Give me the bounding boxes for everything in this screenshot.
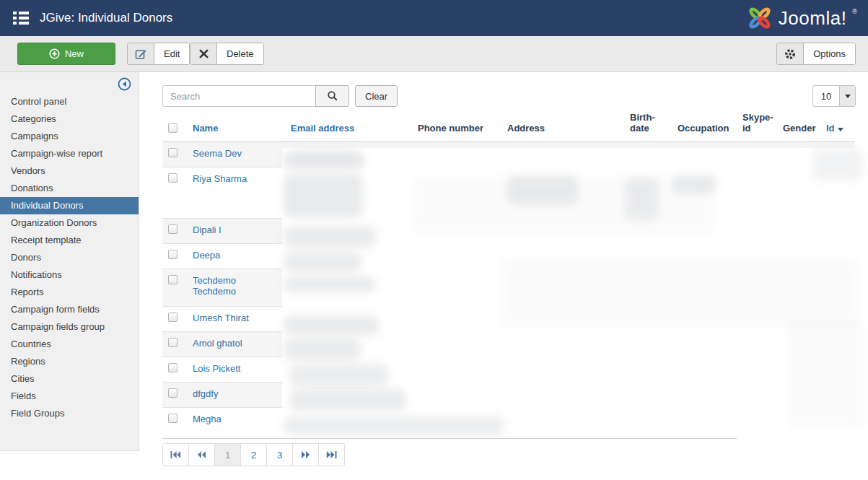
sidebar-item-field-groups[interactable]: Field Groups [0,405,139,422]
table-row: Amol ghatol [162,332,855,357]
delete-x-icon [190,43,217,64]
row-checkbox[interactable] [168,250,177,259]
row-checkbox[interactable] [168,224,177,234]
row-checkbox[interactable] [168,173,177,183]
last-page-icon [326,451,337,458]
row-checkbox[interactable] [168,275,177,284]
gear-icon [777,43,804,64]
joomla-logo: Joomla!® [746,0,856,36]
new-button[interactable]: New [17,43,115,65]
options-button[interactable]: Options [776,43,856,65]
sidebar-item-campaign-fields-group[interactable]: Campaign fields group [0,318,139,336]
column-header-occupation: Occupation [672,112,737,142]
table-row: Deepa [162,244,855,269]
pagination-next-button[interactable] [292,443,319,466]
search-input[interactable] [162,85,316,107]
sidebar-item-organization-donors[interactable]: Organization Donors [0,214,139,232]
column-header-address: Address [501,112,624,142]
first-page-icon [170,451,181,458]
menu-icon[interactable] [13,12,29,25]
sidebar-menu: Control panel Categories Campaigns Campa… [0,93,139,422]
pagination-first-button[interactable] [162,443,189,466]
page-size-select[interactable]: 10 [812,85,856,107]
sidebar-item-receipt-template[interactable]: Receipt template [0,232,139,249]
table-row: Dipali I [162,219,855,244]
sidebar-item-donors[interactable]: Donors [0,249,139,266]
row-checkbox[interactable] [168,313,177,322]
select-all-checkbox[interactable] [168,123,177,133]
sidebar-item-vendors[interactable]: Vendors [0,162,139,180]
sort-desc-icon [838,128,843,131]
clear-button[interactable]: Clear [355,85,398,107]
column-header-skypeid: Skype-id [737,112,777,142]
donor-name-link[interactable]: Riya Sharma [193,173,247,184]
column-header-name[interactable]: Name [187,112,285,142]
table-bottom-border [162,438,737,439]
edit-pencil-icon [128,43,154,64]
table-header-row: Name Email address Phone number Address … [162,112,855,142]
sidebar-item-campaigns[interactable]: Campaigns [0,128,139,145]
page-title: JGive: Individual Donors [40,11,172,25]
row-checkbox[interactable] [168,363,177,372]
sidebar-item-notifications[interactable]: Notifications [0,266,139,284]
toolbar: New Edit Delete Options [0,36,868,72]
column-header-phone: Phone number [412,112,501,142]
donor-name-link[interactable]: Umesh Thirat [193,313,249,323]
column-header-birthdate: Birth-date [624,112,672,142]
pagination-page-3[interactable]: 3 [266,443,293,466]
search-icon [327,90,338,102]
sidebar-item-categories[interactable]: Categories [0,110,139,128]
joomla-wordmark: Joomla! [779,7,847,30]
row-checkbox[interactable] [168,148,177,157]
sidebar-item-donations[interactable]: Donations [0,180,139,197]
table-row: Riya Sharma [162,167,855,219]
edit-button[interactable]: Edit [127,43,190,65]
sidebar-item-countries[interactable]: Countries [0,336,139,353]
chevron-down-icon [839,86,855,106]
sidebar-item-regions[interactable]: Regions [0,353,139,370]
pagination-page-1: 1 [214,443,241,466]
donor-name-link[interactable]: Techdemo Techdemo [193,275,236,297]
pagination-last-button[interactable] [318,443,345,466]
sidebar-item-campaign-wise-report[interactable]: Campaign-wise report [0,145,139,162]
prev-page-icon [197,451,206,458]
pagination-page-2[interactable]: 2 [240,443,267,466]
row-checkbox[interactable] [168,338,177,347]
table-row: Umesh Thirat [162,307,855,332]
row-checkbox[interactable] [168,388,177,398]
donor-name-link[interactable]: Amol ghatol [193,338,242,349]
table-row: dfgdfy [162,383,855,408]
sidebar-item-control-panel[interactable]: Control panel [0,93,139,110]
collapse-sidebar-icon[interactable] [118,77,131,91]
table-row: Seema Dev [162,142,855,167]
donor-name-link[interactable]: Seema Dev [193,148,242,159]
sidebar-item-fields[interactable]: Fields [0,388,139,405]
sidebar-item-reports[interactable]: Reports [0,284,139,301]
donors-table: Name Email address Phone number Address … [162,112,855,433]
pagination-prev-button[interactable] [188,443,215,466]
registered-mark: ® [852,8,857,15]
table-row: Megha [162,408,855,433]
app-header: JGive: Individual Donors Joomla!® [0,0,868,36]
donor-name-link[interactable]: Deepa [193,250,220,261]
search-button[interactable] [315,85,349,107]
next-page-icon [301,451,310,458]
sidebar-item-campaign-form-fields[interactable]: Campaign form fields [0,301,139,318]
table-row: Lois Pickett [162,357,855,383]
column-header-gender: Gender [777,112,820,142]
donor-name-link[interactable]: Dipali I [193,224,222,235]
row-checkbox[interactable] [168,414,177,423]
joomla-knot-icon [746,4,773,32]
column-header-id[interactable]: Id [820,112,855,142]
column-header-email[interactable]: Email address [285,112,412,142]
plus-circle-icon [49,48,60,59]
pagination: 1 2 3 [162,443,345,466]
sidebar-item-cities[interactable]: Cities [0,370,139,388]
page-size-value: 10 [813,86,839,106]
donor-name-link[interactable]: Lois Pickett [193,363,240,374]
sidebar-item-individual-donors[interactable]: Individual Donors [0,197,139,214]
table-row: Techdemo Techdemo [162,269,855,307]
delete-button[interactable]: Delete [190,43,264,65]
donor-name-link[interactable]: dfgdfy [193,388,218,399]
donor-name-link[interactable]: Megha [193,414,222,424]
